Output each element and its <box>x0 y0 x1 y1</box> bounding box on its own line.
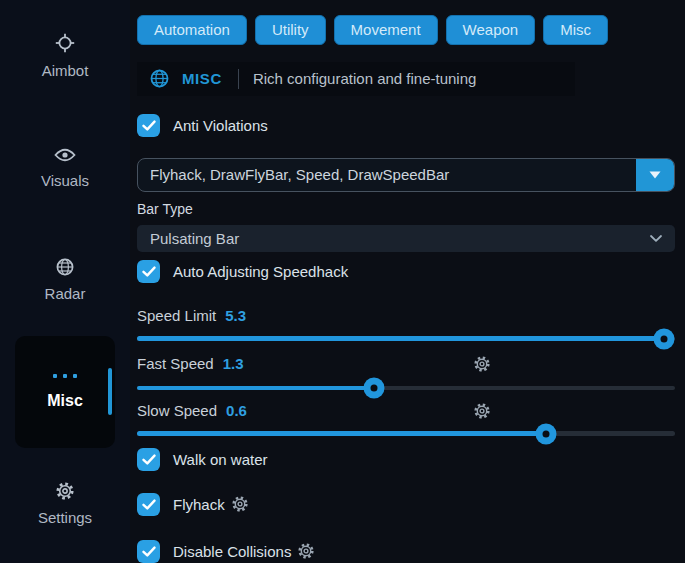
sidebar-item-label: Misc <box>47 392 83 410</box>
slider-thumb[interactable] <box>363 378 384 399</box>
slider-fill <box>137 431 546 436</box>
walk-on-water-row: Walk on water <box>137 448 675 471</box>
bar-flags-dropdown-button[interactable] <box>636 159 674 192</box>
slider-fill <box>137 336 664 341</box>
disable-collisions-row: Disable Collisions <box>137 540 675 563</box>
auto-adjusting-speedhack-label: Auto Adjusting Speedhack <box>173 263 348 280</box>
speed-limit-label: Speed Limit <box>137 307 216 324</box>
bar-flags-select[interactable]: Flyhack, DrawFlyBar, Speed, DrawSpeedBar <box>137 158 675 193</box>
flyhack-checkbox[interactable] <box>137 493 160 516</box>
bar-type-value: Pulsating Bar <box>150 230 239 247</box>
bar-type-label: Bar Type <box>137 201 675 217</box>
main-panel: Automation Utility Movement Weapon Misc … <box>130 0 685 563</box>
slow-speed-label: Slow Speed <box>137 402 217 419</box>
sidebar-item-label: Visuals <box>41 172 89 189</box>
disable-collisions-label: Disable Collisions <box>173 543 291 560</box>
chevron-down-icon <box>650 235 662 242</box>
section-header: MISC Rich configuration and fine-tuning <box>137 62 575 96</box>
slow-speed-header: Slow Speed 0.6 <box>137 402 675 419</box>
slider-thumb[interactable] <box>654 328 675 349</box>
section-title: MISC <box>182 70 222 87</box>
walk-on-water-checkbox[interactable] <box>137 448 160 471</box>
sidebar-item-settings[interactable]: Settings <box>0 448 130 560</box>
slider-fill <box>137 386 374 391</box>
sidebar-item-aimbot[interactable]: Aimbot <box>0 0 130 112</box>
flyhack-row: Flyhack <box>137 493 675 516</box>
crosshair-icon <box>55 33 75 53</box>
check-icon <box>142 454 156 465</box>
tab-misc[interactable]: Misc <box>543 15 608 45</box>
disable-collisions-checkbox[interactable] <box>137 540 160 563</box>
tab-utility[interactable]: Utility <box>255 15 326 45</box>
fast-speed-value: 1.3 <box>223 355 244 372</box>
auto-adjusting-speedhack-checkbox[interactable] <box>137 260 160 283</box>
sidebar: Aimbot Visuals Radar Misc <box>0 0 130 563</box>
check-icon <box>142 120 156 131</box>
slow-speed-gear-icon[interactable] <box>474 403 490 419</box>
ellipsis-icon <box>53 374 77 378</box>
bar-flags-value: Flyhack, DrawFlyBar, Speed, DrawSpeedBar <box>138 159 636 192</box>
auto-adjusting-speedhack-row: Auto Adjusting Speedhack <box>137 260 675 283</box>
fast-speed-slider[interactable] <box>137 386 675 391</box>
disable-collisions-gear-icon[interactable] <box>298 543 314 559</box>
fast-speed-label: Fast Speed <box>137 355 214 372</box>
anti-violations-row: Anti Violations <box>137 114 675 137</box>
sidebar-item-label: Settings <box>38 509 92 526</box>
anti-violations-label: Anti Violations <box>173 117 268 134</box>
check-icon <box>142 266 156 277</box>
fast-speed-gear-icon[interactable] <box>474 356 490 372</box>
globe-icon <box>56 258 74 276</box>
flyhack-label: Flyhack <box>173 496 225 513</box>
bar-type-select[interactable]: Pulsating Bar <box>137 225 675 252</box>
flyhack-gear-icon[interactable] <box>232 496 248 512</box>
globe-icon <box>150 69 169 88</box>
eye-icon <box>54 147 76 163</box>
speed-limit-value: 5.3 <box>225 307 246 324</box>
check-icon <box>142 546 156 557</box>
app-window: Aimbot Visuals Radar Misc <box>0 0 685 563</box>
slow-speed-slider[interactable] <box>137 431 675 436</box>
speed-limit-slider[interactable] <box>137 336 675 341</box>
section-subtitle: Rich configuration and fine-tuning <box>253 70 476 87</box>
sidebar-selected-card[interactable]: Misc <box>15 336 115 448</box>
walk-on-water-label: Walk on water <box>173 451 267 468</box>
sidebar-item-label: Radar <box>45 285 86 302</box>
sidebar-item-misc[interactable]: Misc <box>0 336 130 448</box>
selected-indicator-bar <box>108 368 112 415</box>
triangle-down-icon <box>649 171 661 179</box>
tab-automation[interactable]: Automation <box>137 15 247 45</box>
fast-speed-header: Fast Speed 1.3 <box>137 355 675 372</box>
tab-movement[interactable]: Movement <box>334 15 438 45</box>
divider <box>238 69 239 89</box>
speed-limit-header: Speed Limit 5.3 <box>137 307 675 324</box>
tab-weapon[interactable]: Weapon <box>446 15 536 45</box>
tab-bar: Automation Utility Movement Weapon Misc <box>137 15 675 45</box>
gear-icon <box>56 482 74 500</box>
sidebar-item-visuals[interactable]: Visuals <box>0 112 130 224</box>
anti-violations-checkbox[interactable] <box>137 114 160 137</box>
slow-speed-value: 0.6 <box>226 402 247 419</box>
sidebar-item-label: Aimbot <box>42 62 89 79</box>
slider-thumb[interactable] <box>535 423 556 444</box>
check-icon <box>142 499 156 510</box>
sidebar-item-radar[interactable]: Radar <box>0 224 130 336</box>
